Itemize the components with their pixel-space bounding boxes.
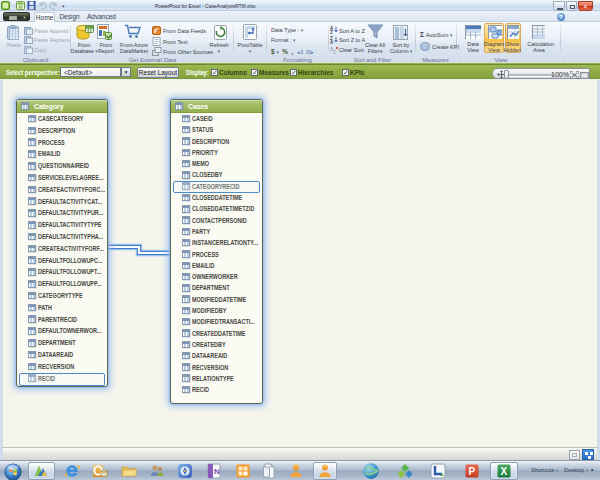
svg-text:X: X xyxy=(501,466,508,477)
svg-text:Z: Z xyxy=(333,50,336,54)
svg-text:A: A xyxy=(330,40,334,44)
svg-text:Z: Z xyxy=(330,30,333,34)
svg-text:N: N xyxy=(214,467,220,476)
svg-text:P: P xyxy=(469,466,476,477)
